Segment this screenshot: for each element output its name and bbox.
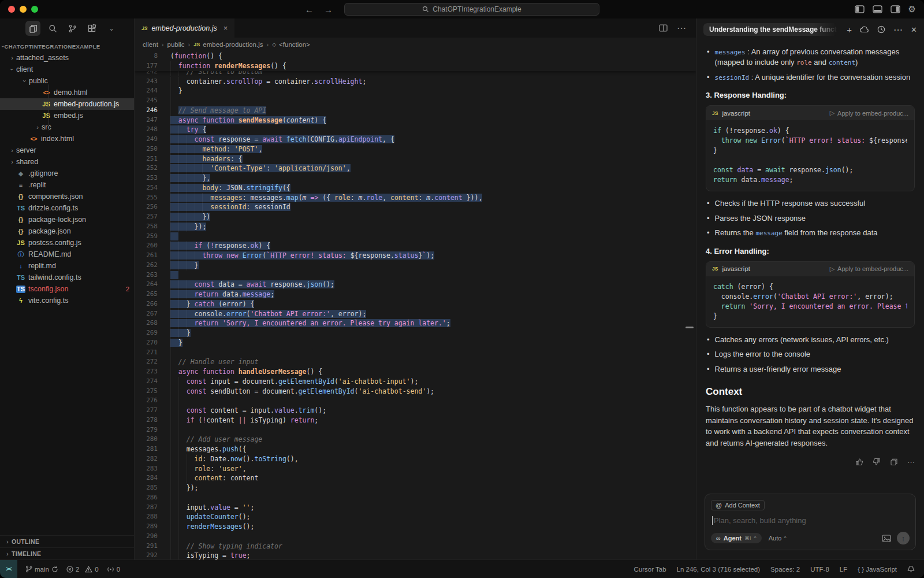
code-line[interactable]: 274 const input = document.getElementByI…: [135, 377, 696, 387]
tree-item-components-json[interactable]: {}components.json: [0, 191, 134, 202]
code-line[interactable]: 242 // Scroll to bottom: [135, 71, 696, 77]
git-branch-indicator[interactable]: main: [25, 565, 58, 573]
code-line[interactable]: 259: [135, 232, 696, 242]
code-line[interactable]: 290: [135, 532, 696, 542]
code-line[interactable]: 248 try {: [135, 125, 696, 135]
command-center-search[interactable]: ChatGPTIntegrationExample: [344, 3, 599, 16]
tree-item-demo-html[interactable]: <>demo.html: [0, 87, 134, 98]
code-line[interactable]: 244 }: [135, 86, 696, 96]
code-line[interactable]: 270 }: [135, 338, 696, 348]
tree-item-attached-assets[interactable]: ›attached_assets: [0, 52, 134, 64]
chat-title[interactable]: Understanding the sendMessage function: [703, 23, 837, 36]
code-line[interactable]: 269 }: [135, 328, 696, 338]
tree-item-package-lock-json[interactable]: {}package-lock.json: [0, 214, 134, 225]
close-window-button[interactable]: [8, 6, 15, 13]
toggle-panel-icon[interactable]: [873, 5, 882, 13]
code-line[interactable]: 267 console.error('Chatbot API error:', …: [135, 309, 696, 319]
tree-item-package-json[interactable]: {}package.json: [0, 225, 134, 237]
code-line[interactable]: 262 }: [135, 261, 696, 271]
code-line[interactable]: 277 const content = input.value.trim();: [135, 406, 696, 416]
code-line[interactable]: 254 body: JSON.stringify({: [135, 183, 696, 193]
settings-gear-icon[interactable]: ⚙: [908, 4, 916, 14]
code-line[interactable]: 271: [135, 348, 696, 358]
code-line[interactable]: 8(function() {: [135, 51, 696, 61]
minimize-window-button[interactable]: [20, 6, 27, 13]
code-line[interactable]: 260 if (!response.ok) {: [135, 241, 696, 251]
tree-item-postcss-config-js[interactable]: JSpostcss.config.js: [0, 237, 134, 249]
problems-indicator[interactable]: 2 0: [66, 566, 99, 573]
code-line[interactable]: 288 updateCounter();: [135, 512, 696, 522]
code-line[interactable]: 275 const sendButton = document.getEleme…: [135, 387, 696, 397]
code-line[interactable]: 252 'Content-Type': 'application/json',: [135, 164, 696, 173]
chat-input-box[interactable]: @ Add Context Plan, search, build anythi…: [705, 494, 916, 550]
copy-icon[interactable]: [890, 458, 898, 466]
tree-item-embed-js[interactable]: JSembed.js: [0, 110, 134, 121]
code-line[interactable]: 285 });: [135, 483, 696, 493]
history-clock-icon[interactable]: [877, 25, 885, 34]
search-panel-icon[interactable]: [45, 21, 60, 36]
code-line[interactable]: 272 // Handle user input: [135, 357, 696, 367]
thumbs-down-icon[interactable]: [873, 458, 881, 466]
code-line[interactable]: 256 sessionId: sessionId: [135, 202, 696, 212]
code-line[interactable]: 266 } catch (error) {: [135, 299, 696, 309]
code-line[interactable]: 282 id: Date.now().toString(),: [135, 454, 696, 464]
tree-item-drizzle-config-ts[interactable]: TSdrizzle.config.ts: [0, 202, 134, 214]
breadcrumb-item[interactable]: public: [167, 41, 185, 48]
toggle-sidebar-icon[interactable]: [855, 5, 865, 13]
code-line[interactable]: 250 method: 'POST',: [135, 144, 696, 154]
code-editor[interactable]: 8(function() {177 function renderMessage…: [135, 51, 696, 560]
code-line[interactable]: 291 // Show typing indicator: [135, 542, 696, 551]
code-line[interactable]: 284 content: content: [135, 473, 696, 483]
tree-item-src[interactable]: ›src: [0, 121, 134, 133]
apply-button[interactable]: ▷Apply to embed-produc...: [830, 265, 908, 273]
code-line[interactable]: 255 messages: messages.map(m => ({ role:…: [135, 193, 696, 203]
model-selector[interactable]: Auto ^: [769, 535, 787, 542]
tree-item-tailwind-config-ts[interactable]: TStailwind.config.ts: [0, 272, 134, 283]
chat-input-placeholder[interactable]: Plan, search, build anything: [714, 516, 806, 525]
ports-indicator[interactable]: 0: [107, 566, 120, 573]
breadcrumb[interactable]: client›public›JSembed-production.js›◇<fu…: [135, 38, 696, 51]
close-tab-icon[interactable]: ×: [223, 24, 228, 32]
code-line[interactable]: 261 throw new Error(`HTTP error! status:…: [135, 251, 696, 261]
code-line[interactable]: 276: [135, 396, 696, 406]
status-item-lf[interactable]: LF: [840, 566, 847, 573]
status-item--javascript[interactable]: { } JavaScript: [858, 566, 897, 573]
close-chat-icon[interactable]: ✕: [911, 25, 917, 34]
apply-button[interactable]: ▷Apply to embed-produc...: [830, 109, 908, 117]
tree-item-index-html[interactable]: <>index.html: [0, 133, 134, 144]
tree-item--gitignore[interactable]: ◆.gitignore: [0, 168, 134, 179]
code-line[interactable]: 245: [135, 96, 696, 106]
maximize-window-button[interactable]: [31, 6, 38, 13]
tree-item-embed-production-js[interactable]: JSembed-production.js: [0, 98, 134, 110]
split-editor-icon[interactable]: [659, 24, 668, 32]
code-line[interactable]: 177 function renderMessages() {: [135, 61, 696, 71]
status-item-cursor-tab[interactable]: Cursor Tab: [634, 566, 666, 573]
new-chat-icon[interactable]: +: [847, 25, 852, 35]
tree-item-shared[interactable]: ›shared: [0, 156, 134, 168]
code-line[interactable]: 263: [135, 271, 696, 280]
tab-embed-production[interactable]: JS embed-production.js ×: [135, 18, 234, 38]
code-line[interactable]: 246 // Send message to API: [135, 106, 696, 116]
chat-more-icon[interactable]: ⋯: [893, 24, 903, 35]
sync-icon[interactable]: [51, 566, 58, 573]
add-context-chip[interactable]: @ Add Context: [711, 500, 765, 510]
cloud-icon[interactable]: [860, 26, 869, 33]
message-more-icon[interactable]: ⋯: [907, 458, 915, 466]
code-line[interactable]: 286: [135, 493, 696, 503]
code-line[interactable]: 247 async function sendMessage(content) …: [135, 116, 696, 125]
breadcrumb-item[interactable]: client: [143, 41, 158, 48]
notifications-bell-icon[interactable]: [907, 565, 915, 573]
panel-resize-handle[interactable]: [685, 327, 694, 328]
code-line[interactable]: 265 return data.message;: [135, 290, 696, 299]
code-line[interactable]: 264 const data = await response.json();: [135, 280, 696, 290]
tree-item-replit-md[interactable]: ↓replit.md: [0, 260, 134, 272]
code-line[interactable]: 249 const response = await fetch(CONFIG.…: [135, 135, 696, 144]
code-line[interactable]: 253 },: [135, 173, 696, 183]
tree-item-server[interactable]: ›server: [0, 144, 134, 156]
tree-item-readme-md[interactable]: ⓘREADME.md: [0, 249, 134, 260]
code-line[interactable]: 273 async function handleUserMessage() {: [135, 367, 696, 377]
remote-indicator[interactable]: ><: [0, 560, 17, 578]
status-item-spaces-2[interactable]: Spaces: 2: [770, 566, 800, 573]
back-icon[interactable]: ←: [305, 5, 314, 14]
timeline-section[interactable]: › TIMELINE: [0, 547, 134, 560]
